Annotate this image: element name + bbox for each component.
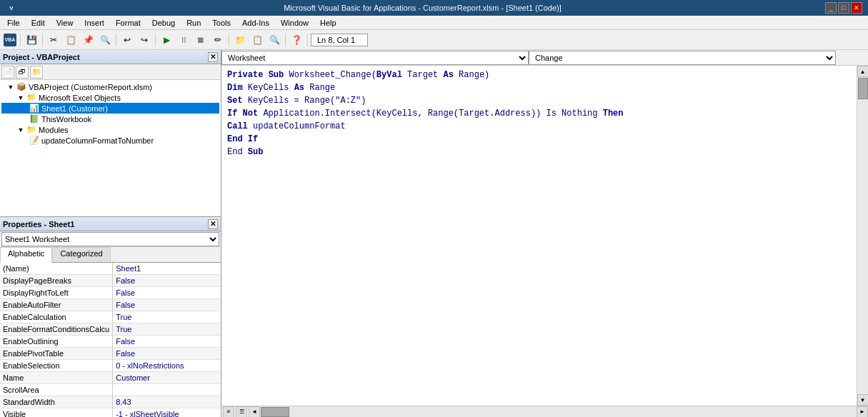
project-panel: Project - VBAProject ✕ 📄 🗗 📁 ▼ 📦 VBAProj… bbox=[0, 50, 221, 217]
reset-button[interactable]: ⏹ bbox=[193, 32, 209, 48]
props-row[interactable]: EnableSelection0 - xlNoRestrictions bbox=[0, 360, 221, 372]
copy-button[interactable]: 📋 bbox=[63, 32, 79, 48]
tree-item-excel-objects[interactable]: ▼ 📁 Microsoft Excel Objects bbox=[1, 92, 219, 103]
menu-view[interactable]: View bbox=[52, 18, 78, 28]
props-row[interactable]: EnableAutoFilterFalse bbox=[0, 299, 221, 311]
save-button[interactable]: 💾 bbox=[24, 32, 39, 48]
props-row[interactable]: EnableFormatConditionsCalcuTrue bbox=[0, 323, 221, 336]
props-name: EnableSelection bbox=[0, 360, 113, 372]
menu-format[interactable]: Format bbox=[111, 18, 145, 28]
toggle-modules[interactable]: ▼ bbox=[16, 126, 26, 134]
app-icon: V bbox=[6, 2, 17, 14]
props-row[interactable]: Visible-1 - xlSheetVisible bbox=[0, 408, 221, 418]
tree-item-module1[interactable]: 📝 updateColumnFormatToNumber bbox=[1, 135, 219, 146]
toolbar-sep-6 bbox=[285, 34, 286, 46]
scroll-thumb[interactable] bbox=[858, 78, 868, 99]
menu-help[interactable]: Help bbox=[316, 18, 341, 28]
props-grid: (Name)Sheet1DisplayPageBreaksFalseDispla… bbox=[0, 263, 221, 417]
props-row[interactable]: (Name)Sheet1 bbox=[0, 263, 221, 275]
maximize-button[interactable]: □ bbox=[838, 2, 849, 14]
props-name: Name bbox=[0, 372, 113, 384]
vba-logo: VBA bbox=[4, 34, 16, 46]
properties-button[interactable]: 📋 bbox=[249, 32, 265, 48]
props-row[interactable]: StandardWidth8.43 bbox=[0, 396, 221, 408]
h-scroll-track bbox=[260, 406, 857, 417]
menu-edit[interactable]: Edit bbox=[27, 18, 49, 28]
break-button[interactable]: ⏸ bbox=[176, 32, 191, 48]
menu-addins[interactable]: Add-Ins bbox=[238, 18, 274, 28]
props-value: False bbox=[113, 275, 221, 287]
paste-button[interactable]: 📌 bbox=[80, 32, 96, 48]
toolbar: VBA 💾 ✂ 📋 📌 🔍 ↩ ↪ ▶ ⏸ ⏹ ✏ 📁 📋 🔍 ❓ Ln 8, … bbox=[0, 30, 868, 50]
project-panel-toolbar: 📄 🗗 📁 bbox=[0, 64, 221, 80]
props-name: Visible bbox=[0, 408, 113, 418]
view-code-button[interactable]: 📄 bbox=[1, 66, 14, 79]
title-bar-icon: V bbox=[6, 2, 20, 14]
menu-insert[interactable]: Insert bbox=[80, 18, 109, 28]
properties-selector: Sheet1 Worksheet bbox=[0, 231, 221, 247]
tab-categorized[interactable]: Categorized bbox=[52, 247, 110, 262]
tree-item-modules[interactable]: ▼ 📁 Modules bbox=[1, 124, 219, 135]
tree-item-vbaproject[interactable]: ▼ 📦 VBAProject (CustomerReport.xlsm) bbox=[1, 81, 219, 92]
scroll-right-arrow[interactable]: ► bbox=[857, 406, 868, 418]
menu-window[interactable]: Window bbox=[276, 18, 313, 28]
module1-icon: 📝 bbox=[29, 136, 40, 145]
toggle-folders-button[interactable]: 📁 bbox=[30, 66, 43, 79]
design-mode-button[interactable]: ✏ bbox=[210, 32, 226, 48]
props-value: False bbox=[113, 287, 221, 299]
tab-alphabetic[interactable]: Alphabetic bbox=[0, 247, 52, 263]
thisworkbook-label: ThisWorkbook bbox=[41, 115, 91, 124]
menu-debug[interactable]: Debug bbox=[148, 18, 179, 28]
undo-button[interactable]: ↩ bbox=[119, 32, 135, 48]
toggle-excel-objects[interactable]: ▼ bbox=[16, 94, 26, 101]
scroll-up-arrow[interactable]: ▲ bbox=[857, 66, 869, 77]
scroll-left-arrow[interactable]: ◄ bbox=[249, 406, 260, 418]
tree-item-sheet1[interactable]: 📊 Sheet1 (Customer) bbox=[1, 103, 219, 114]
props-row[interactable]: EnableOutliningFalse bbox=[0, 336, 221, 348]
props-value: False bbox=[113, 336, 221, 348]
toggle-vbaproject[interactable]: ▼ bbox=[6, 84, 16, 91]
props-row[interactable]: EnablePivotTableFalse bbox=[0, 348, 221, 360]
props-row[interactable]: ScrollArea bbox=[0, 384, 221, 396]
props-value: 8.43 bbox=[113, 396, 221, 408]
vbaproject-icon: 📦 bbox=[16, 82, 27, 91]
scroll-down-arrow[interactable]: ▼ bbox=[857, 394, 869, 406]
menu-run[interactable]: Run bbox=[182, 18, 205, 28]
props-value: Customer bbox=[113, 372, 221, 384]
object-dropdown[interactable]: Worksheet bbox=[221, 51, 529, 65]
tree-item-thisworkbook[interactable]: 📗 ThisWorkbook bbox=[1, 114, 219, 124]
run-button[interactable]: ▶ bbox=[159, 32, 174, 48]
code-toolbar: Worksheet Change bbox=[221, 50, 868, 66]
props-row[interactable]: EnableCalculationTrue bbox=[0, 311, 221, 323]
close-button[interactable]: ✕ bbox=[851, 2, 862, 14]
props-name: EnableAutoFilter bbox=[0, 299, 113, 311]
sheet1-icon: 📊 bbox=[29, 104, 40, 113]
objectbrowser-button[interactable]: 🔍 bbox=[266, 32, 282, 48]
cut-button[interactable]: ✂ bbox=[46, 32, 61, 48]
vertical-scrollbar[interactable]: ▲ ▼ bbox=[857, 66, 868, 406]
code-editor[interactable]: Private Sub Worksheet_Change(ByVal Targe… bbox=[221, 66, 857, 406]
help-button[interactable]: ❓ bbox=[289, 32, 304, 48]
properties-panel-close[interactable]: ✕ bbox=[208, 219, 218, 229]
properties-select[interactable]: Sheet1 Worksheet bbox=[1, 232, 219, 246]
module1-label: updateColumnFormatToNumber bbox=[41, 136, 154, 145]
h-scroll-thumb[interactable] bbox=[261, 407, 289, 417]
menu-tools[interactable]: Tools bbox=[208, 18, 235, 28]
props-row[interactable]: NameCustomer bbox=[0, 372, 221, 384]
props-row[interactable]: DisplayPageBreaksFalse bbox=[0, 275, 221, 287]
project-panel-close[interactable]: ✕ bbox=[208, 52, 218, 62]
minimize-button[interactable]: _ bbox=[825, 2, 837, 14]
find-button[interactable]: 🔍 bbox=[97, 32, 113, 48]
redo-button[interactable]: ↪ bbox=[136, 32, 152, 48]
menu-file[interactable]: File bbox=[3, 18, 24, 28]
procedure-dropdown[interactable]: Change bbox=[529, 51, 836, 65]
excel-objects-label: Microsoft Excel Objects bbox=[39, 94, 121, 102]
properties-panel: Properties - Sheet1 ✕ Sheet1 Worksheet A… bbox=[0, 217, 221, 417]
props-row[interactable]: DisplayRightToLeftFalse bbox=[0, 287, 221, 299]
procedure-view-button[interactable]: ≡ bbox=[223, 406, 234, 418]
full-module-view-button[interactable]: ☰ bbox=[236, 406, 247, 418]
project-explorer-button[interactable]: 📁 bbox=[232, 32, 248, 48]
props-value bbox=[113, 384, 221, 396]
props-name: ScrollArea bbox=[0, 384, 113, 396]
view-object-button[interactable]: 🗗 bbox=[16, 66, 29, 79]
